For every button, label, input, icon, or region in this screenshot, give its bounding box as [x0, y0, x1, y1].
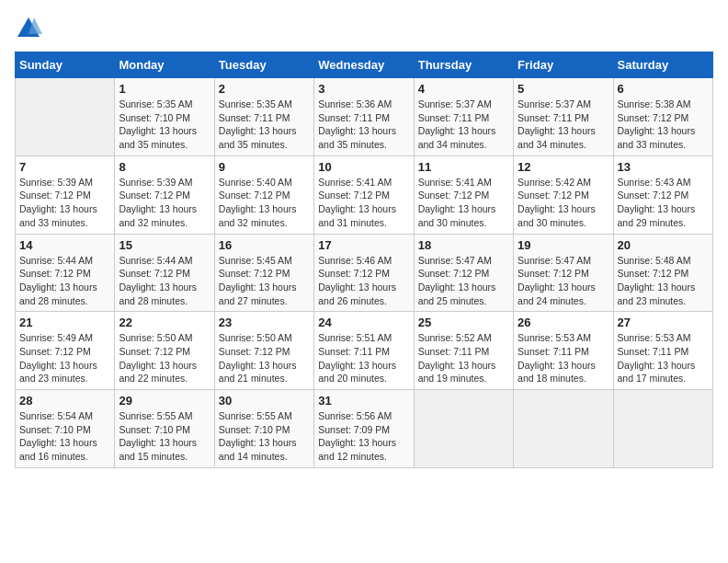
cell-details: Sunrise: 5:39 AMSunset: 7:12 PMDaylight:…	[19, 176, 110, 230]
header-cell-thursday: Thursday	[414, 52, 513, 78]
day-cell: 22Sunrise: 5:50 AMSunset: 7:12 PMDayligh…	[115, 312, 214, 390]
day-number: 10	[318, 160, 409, 174]
cell-details: Sunrise: 5:38 AMSunset: 7:12 PMDaylight:…	[618, 98, 709, 152]
day-number: 28	[19, 394, 110, 408]
week-row-5: 28Sunrise: 5:54 AMSunset: 7:10 PMDayligh…	[16, 390, 713, 468]
header-cell-saturday: Saturday	[613, 52, 712, 78]
day-cell: 15Sunrise: 5:44 AMSunset: 7:12 PMDayligh…	[115, 234, 214, 312]
day-cell: 8Sunrise: 5:39 AMSunset: 7:12 PMDaylight…	[115, 155, 214, 234]
day-cell: 26Sunrise: 5:53 AMSunset: 7:11 PMDayligh…	[514, 312, 613, 390]
day-number: 17	[318, 238, 409, 252]
day-number: 15	[119, 238, 210, 252]
day-number: 4	[418, 82, 509, 96]
day-number: 25	[418, 316, 509, 329]
day-cell: 20Sunrise: 5:48 AMSunset: 7:12 PMDayligh…	[613, 234, 712, 312]
day-number: 6	[618, 82, 709, 96]
day-cell: 4Sunrise: 5:37 AMSunset: 7:11 PMDaylight…	[414, 78, 513, 156]
day-number: 24	[318, 316, 409, 329]
day-number: 23	[219, 316, 310, 329]
day-cell: 10Sunrise: 5:41 AMSunset: 7:12 PMDayligh…	[314, 155, 414, 234]
day-number: 30	[219, 394, 310, 408]
day-cell: 11Sunrise: 5:41 AMSunset: 7:12 PMDayligh…	[414, 155, 513, 234]
day-cell: 17Sunrise: 5:46 AMSunset: 7:12 PMDayligh…	[314, 234, 414, 312]
day-cell	[16, 78, 115, 156]
day-cell: 18Sunrise: 5:47 AMSunset: 7:12 PMDayligh…	[414, 234, 513, 312]
cell-details: Sunrise: 5:37 AMSunset: 7:11 PMDaylight:…	[518, 98, 609, 152]
day-number: 7	[19, 160, 110, 174]
day-cell: 30Sunrise: 5:55 AMSunset: 7:10 PMDayligh…	[214, 390, 313, 468]
day-cell	[414, 390, 513, 468]
cell-details: Sunrise: 5:40 AMSunset: 7:12 PMDaylight:…	[219, 176, 310, 230]
day-number: 14	[19, 238, 110, 252]
cell-details: Sunrise: 5:51 AMSunset: 7:11 PMDaylight:…	[318, 331, 409, 385]
cell-details: Sunrise: 5:37 AMSunset: 7:11 PMDaylight:…	[418, 98, 509, 152]
day-cell: 3Sunrise: 5:36 AMSunset: 7:11 PMDaylight…	[314, 78, 414, 156]
day-cell	[613, 390, 712, 468]
week-row-1: 1Sunrise: 5:35 AMSunset: 7:10 PMDaylight…	[16, 78, 713, 156]
day-cell: 29Sunrise: 5:55 AMSunset: 7:10 PMDayligh…	[115, 390, 214, 468]
cell-details: Sunrise: 5:52 AMSunset: 7:11 PMDaylight:…	[418, 331, 509, 385]
day-cell: 24Sunrise: 5:51 AMSunset: 7:11 PMDayligh…	[314, 312, 414, 390]
cell-details: Sunrise: 5:41 AMSunset: 7:12 PMDaylight:…	[318, 176, 409, 230]
header-cell-wednesday: Wednesday	[314, 52, 414, 78]
day-cell: 9Sunrise: 5:40 AMSunset: 7:12 PMDaylight…	[214, 155, 313, 234]
calendar-table: SundayMondayTuesdayWednesdayThursdayFrid…	[15, 52, 713, 468]
day-cell: 1Sunrise: 5:35 AMSunset: 7:10 PMDaylight…	[115, 78, 214, 156]
calendar-body: 1Sunrise: 5:35 AMSunset: 7:10 PMDaylight…	[16, 78, 713, 468]
cell-details: Sunrise: 5:45 AMSunset: 7:12 PMDaylight:…	[219, 254, 310, 308]
day-cell: 12Sunrise: 5:42 AMSunset: 7:12 PMDayligh…	[514, 155, 613, 234]
day-cell: 25Sunrise: 5:52 AMSunset: 7:11 PMDayligh…	[414, 312, 513, 390]
day-number: 12	[518, 160, 609, 174]
header-cell-tuesday: Tuesday	[214, 52, 313, 78]
page-header	[15, 15, 713, 42]
day-number: 9	[219, 160, 310, 174]
week-row-3: 14Sunrise: 5:44 AMSunset: 7:12 PMDayligh…	[16, 234, 713, 312]
header-cell-sunday: Sunday	[16, 52, 115, 78]
cell-details: Sunrise: 5:44 AMSunset: 7:12 PMDaylight:…	[119, 254, 210, 308]
day-cell: 28Sunrise: 5:54 AMSunset: 7:10 PMDayligh…	[16, 390, 115, 468]
cell-details: Sunrise: 5:55 AMSunset: 7:10 PMDaylight:…	[219, 409, 310, 464]
day-number: 31	[318, 394, 409, 408]
day-number: 18	[418, 238, 509, 252]
day-number: 2	[219, 82, 310, 96]
day-cell: 21Sunrise: 5:49 AMSunset: 7:12 PMDayligh…	[16, 312, 115, 390]
cell-details: Sunrise: 5:47 AMSunset: 7:12 PMDaylight:…	[518, 254, 609, 308]
week-row-4: 21Sunrise: 5:49 AMSunset: 7:12 PMDayligh…	[16, 312, 713, 390]
header-cell-monday: Monday	[115, 52, 214, 78]
day-number: 29	[119, 394, 210, 408]
week-row-2: 7Sunrise: 5:39 AMSunset: 7:12 PMDaylight…	[16, 155, 713, 234]
day-number: 11	[418, 160, 509, 174]
day-cell: 13Sunrise: 5:43 AMSunset: 7:12 PMDayligh…	[613, 155, 712, 234]
cell-details: Sunrise: 5:42 AMSunset: 7:12 PMDaylight:…	[518, 176, 609, 230]
cell-details: Sunrise: 5:56 AMSunset: 7:09 PMDaylight:…	[318, 409, 409, 464]
day-cell: 5Sunrise: 5:37 AMSunset: 7:11 PMDaylight…	[514, 78, 613, 156]
cell-details: Sunrise: 5:53 AMSunset: 7:11 PMDaylight:…	[618, 331, 709, 385]
day-number: 3	[318, 82, 409, 96]
logo	[15, 15, 46, 42]
day-number: 1	[119, 82, 210, 96]
header-cell-friday: Friday	[514, 52, 613, 78]
cell-details: Sunrise: 5:54 AMSunset: 7:10 PMDaylight:…	[19, 409, 110, 464]
day-number: 16	[219, 238, 310, 252]
day-number: 27	[618, 316, 709, 329]
day-number: 19	[518, 238, 609, 252]
day-number: 22	[119, 316, 210, 329]
day-cell: 14Sunrise: 5:44 AMSunset: 7:12 PMDayligh…	[16, 234, 115, 312]
day-cell: 27Sunrise: 5:53 AMSunset: 7:11 PMDayligh…	[613, 312, 712, 390]
cell-details: Sunrise: 5:43 AMSunset: 7:12 PMDaylight:…	[618, 176, 709, 230]
day-cell	[514, 390, 613, 468]
day-cell: 6Sunrise: 5:38 AMSunset: 7:12 PMDaylight…	[613, 78, 712, 156]
day-number: 8	[119, 160, 210, 174]
day-number: 21	[19, 316, 110, 329]
day-cell: 16Sunrise: 5:45 AMSunset: 7:12 PMDayligh…	[214, 234, 313, 312]
cell-details: Sunrise: 5:53 AMSunset: 7:11 PMDaylight:…	[518, 331, 609, 385]
cell-details: Sunrise: 5:49 AMSunset: 7:12 PMDaylight:…	[19, 331, 110, 385]
cell-details: Sunrise: 5:44 AMSunset: 7:12 PMDaylight:…	[19, 254, 110, 308]
day-number: 5	[518, 82, 609, 96]
day-number: 13	[618, 160, 709, 174]
header-row: SundayMondayTuesdayWednesdayThursdayFrid…	[16, 52, 713, 78]
day-number: 26	[518, 316, 609, 329]
day-number: 20	[618, 238, 709, 252]
day-cell: 7Sunrise: 5:39 AMSunset: 7:12 PMDaylight…	[16, 155, 115, 234]
cell-details: Sunrise: 5:36 AMSunset: 7:11 PMDaylight:…	[318, 98, 409, 152]
